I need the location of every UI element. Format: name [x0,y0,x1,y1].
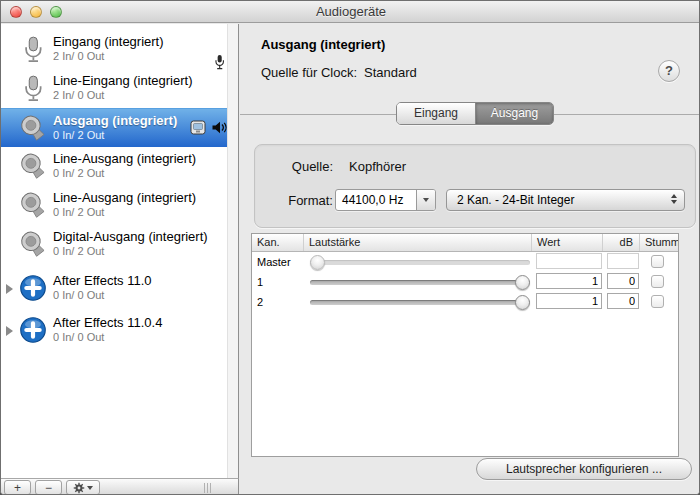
mixer-row-master: Master [252,252,678,272]
speaker-icon [18,151,48,181]
mixer-row-1: 1 [252,272,678,292]
audio-devices-window: Audiogeräte Eingang (integriert) 2 In/ 0… [0,0,700,495]
window-title: Audiogeräte [1,1,700,23]
close-button[interactable] [10,6,22,18]
device-row-line-ausgang-2[interactable]: Line-Ausgang (integriert) 0 In/ 2 Out [1,186,238,225]
traffic-lights [10,6,62,18]
value-field[interactable] [536,293,602,309]
clock-source-value: Standard [364,65,417,80]
channel-label: 2 [257,296,263,308]
help-button[interactable]: ? [658,60,680,82]
slider-knob[interactable] [515,275,530,290]
channel-label: 1 [257,276,263,288]
speaker-icon [18,190,48,220]
device-name: Ausgang (integriert) [53,113,177,128]
device-row-after-effects-110[interactable]: After Effects 11.0 0 In/ 0 Out [1,269,238,308]
aggregate-plus-icon [19,316,47,344]
header-wert: Wert [532,234,603,251]
source-label: Quelle: [255,159,333,174]
device-row-after-effects-1104[interactable]: After Effects 11.0.4 0 In/ 0 Out [1,311,238,350]
mute-checkbox[interactable] [651,295,664,308]
device-row-eingang[interactable]: Eingang (integriert) 2 In/ 0 Out [1,30,238,69]
value-field[interactable] [536,253,602,269]
slider-knob[interactable] [310,255,325,270]
device-channels: 0 In/ 2 Out [53,129,104,141]
device-channels: 2 In/ 0 Out [53,50,104,62]
device-channels: 0 In/ 0 Out [53,289,104,301]
configure-speakers-button[interactable]: Lautsprecher konfigurieren ... [476,458,692,480]
panel-device-title: Ausgang (integriert) [261,37,385,52]
device-detail-panel: Ausgang (integriert) Quelle für Clock: S… [240,24,700,495]
mixer-header-row: Kan. Lautstärke Wert dB Stumm [252,234,678,252]
volume-slider[interactable] [310,280,530,285]
mute-checkbox[interactable] [651,255,664,268]
combo-arrow-button[interactable] [416,190,435,210]
device-name: Digital-Ausgang (integriert) [53,229,208,244]
popup-updown-arrows-icon [671,194,677,204]
header-db: dB [603,234,640,251]
header-lautstaerke: Lautstärke [304,234,532,251]
sample-rate-value: 44100,0 Hz [336,190,416,210]
chevron-down-icon [423,198,429,202]
zoom-button[interactable] [50,6,62,18]
speaker-icon [18,229,48,259]
db-field[interactable] [607,273,639,289]
format-encoding-value: 2 Kan. - 24-Bit Integer [457,193,574,207]
sample-rate-combobox[interactable]: 44100,0 Hz [335,189,436,211]
device-channels: 0 In/ 2 Out [53,167,104,179]
source-value: Kopfhörer [349,159,406,174]
device-channels: 2 In/ 0 Out [53,89,104,101]
microphone-icon [18,34,48,64]
device-row-ausgang-selected[interactable]: Ausgang (integriert) 0 In/ 2 Out [1,108,238,147]
add-device-label: + [14,482,21,494]
titlebar[interactable]: Audiogeräte [1,1,700,23]
value-field[interactable] [536,273,602,289]
add-device-button[interactable]: + [4,480,31,495]
mute-checkbox[interactable] [651,275,664,288]
db-field[interactable] [607,253,639,269]
device-row-line-eingang[interactable]: Line-Eingang (integriert) 2 In/ 0 Out [1,69,238,108]
io-tabs: Eingang Ausgang [396,102,554,125]
device-name: Line-Ausgang (integriert) [53,190,196,205]
volume-slider[interactable] [310,300,530,305]
gear-icon [73,482,85,494]
chevron-down-icon [87,486,93,490]
system-output-badge-icon [190,120,206,135]
disclosure-triangle-icon[interactable] [6,284,13,294]
minimize-button[interactable] [30,6,42,18]
aggregate-plus-icon [19,274,47,302]
device-name: Line-Eingang (integriert) [53,73,192,88]
format-popup-button[interactable]: 2 Kan. - 24-Bit Integer [446,189,685,211]
channel-label: Master [257,256,291,268]
sidebar-scrollbar[interactable] [227,24,238,478]
device-channels: 0 In/ 0 Out [53,331,104,343]
device-list: Eingang (integriert) 2 In/ 0 Out Line-Ei… [1,24,239,478]
volume-slider[interactable] [310,260,530,265]
header-kanal: Kan. [252,234,304,251]
source-format-groupbox: Quelle: Kopfhörer Format: 44100,0 Hz 2 K… [254,144,696,228]
mixer-row-2: 2 [252,292,678,312]
tab-ausgang[interactable]: Ausgang [475,103,553,124]
tab-eingang[interactable]: Eingang [397,103,475,124]
header-stumm: Stumm [640,234,678,251]
device-name: Line-Ausgang (integriert) [53,151,196,166]
gear-action-button[interactable] [66,480,100,495]
format-label: Format: [255,193,333,208]
remove-device-label: − [45,482,52,494]
sidebar-toolbar: + − [1,478,239,495]
device-name: After Effects 11.0.4 [53,315,162,330]
slider-knob[interactable] [515,295,530,310]
clock-source-label: Quelle für Clock: [261,65,357,80]
remove-device-button[interactable]: − [35,480,62,495]
db-field[interactable] [607,293,639,309]
disclosure-triangle-icon[interactable] [6,326,13,336]
device-channels: 0 In/ 2 Out [53,245,104,257]
speaker-icon [18,113,48,143]
device-name: Eingang (integriert) [53,34,164,49]
device-channels: 0 In/ 2 Out [53,206,104,218]
sidebar-resize-grip[interactable] [204,483,212,493]
device-row-line-ausgang-1[interactable]: Line-Ausgang (integriert) 0 In/ 2 Out [1,147,238,186]
default-output-speaker-badge-icon [211,120,228,135]
device-row-digital-ausgang[interactable]: Digital-Ausgang (integriert) 0 In/ 2 Out [1,225,238,264]
device-name: After Effects 11.0 [53,273,152,288]
